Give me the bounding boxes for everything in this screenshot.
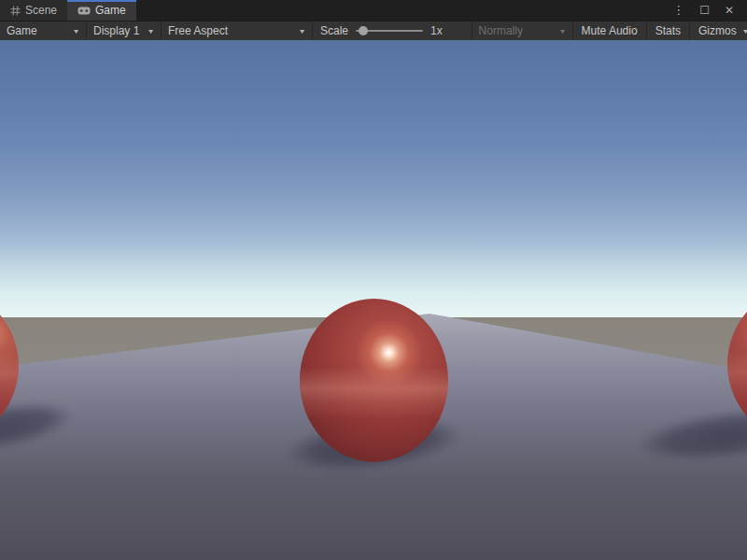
aspect-ratio-dropdown-label: Free Aspect bbox=[168, 24, 228, 37]
gizmos-dropdown-label: Gizmos bbox=[698, 24, 737, 37]
tab-game-label: Game bbox=[95, 4, 126, 17]
play-mode-dropdown-label: Normally bbox=[479, 24, 523, 37]
scale-slider-knob[interactable] bbox=[359, 26, 368, 35]
window-controls: ⋮ ☐ ✕ bbox=[665, 0, 747, 21]
scale-value: 1x bbox=[430, 24, 443, 37]
chevron-down-icon: ▼ bbox=[147, 28, 155, 35]
scale-label: Scale bbox=[320, 24, 348, 37]
tab-bar: Scene Game ⋮ ☐ ✕ bbox=[0, 0, 747, 21]
game-mode-dropdown-label: Game bbox=[7, 24, 37, 37]
game-mode-dropdown[interactable]: Game ▼ bbox=[0, 21, 87, 40]
chevron-down-icon: ▼ bbox=[298, 28, 306, 35]
play-mode-dropdown: Normally ▼ bbox=[472, 21, 573, 40]
tab-scene[interactable]: Scene bbox=[0, 0, 67, 21]
grid-icon bbox=[10, 6, 21, 16]
maximize-icon[interactable]: ☐ bbox=[692, 0, 717, 21]
scale-slider[interactable] bbox=[356, 26, 423, 35]
aspect-ratio-dropdown[interactable]: Free Aspect ▼ bbox=[162, 21, 313, 40]
chevron-down-icon: ▼ bbox=[72, 28, 80, 35]
tab-game[interactable]: Game bbox=[67, 0, 136, 21]
sky-gradient bbox=[0, 40, 747, 319]
stats-label: Stats bbox=[655, 24, 681, 37]
tab-scene-label: Scene bbox=[25, 4, 57, 17]
unity-game-view-panel: Scene Game ⋮ ☐ ✕ Game ▼ Display 1 ▼ bbox=[0, 0, 747, 560]
display-dropdown[interactable]: Display 1 ▼ bbox=[87, 21, 162, 40]
display-dropdown-label: Display 1 bbox=[93, 24, 139, 37]
chevron-down-icon: ▼ bbox=[558, 28, 567, 35]
gamepad-icon bbox=[78, 7, 91, 15]
game-view-toolbar: Game ▼ Display 1 ▼ Free Aspect ▼ Scale 1… bbox=[0, 21, 747, 40]
game-render-viewport[interactable] bbox=[0, 40, 747, 560]
red-sphere-center bbox=[300, 299, 448, 462]
scale-control: Scale 1x bbox=[313, 21, 472, 40]
close-icon[interactable]: ✕ bbox=[717, 0, 741, 21]
mute-audio-button[interactable]: Mute Audio bbox=[573, 21, 647, 40]
mute-audio-label: Mute Audio bbox=[582, 24, 638, 37]
gizmos-dropdown[interactable]: Gizmos ▼ bbox=[690, 21, 747, 40]
stats-button[interactable]: Stats bbox=[647, 21, 690, 40]
chevron-down-icon: ▼ bbox=[741, 28, 747, 35]
panel-menu-icon[interactable]: ⋮ bbox=[665, 0, 692, 21]
